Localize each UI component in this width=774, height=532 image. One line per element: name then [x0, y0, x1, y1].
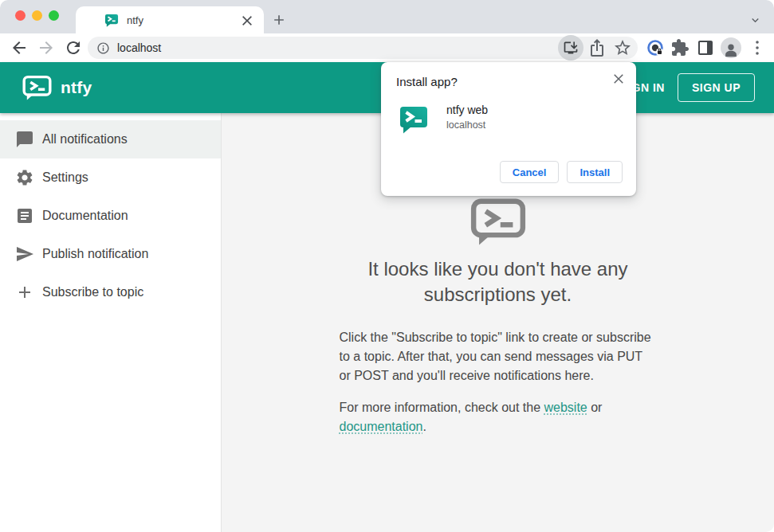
sidebar-item-publish-notification[interactable]: Publish notification [0, 235, 221, 273]
install-app-dialog: Install app? ntfy web localhost Cancel I… [381, 62, 636, 196]
browser-window: ntfy localhost [0, 0, 774, 532]
side-panel-icon[interactable] [696, 38, 715, 57]
extensions-puzzle-icon[interactable] [670, 38, 690, 57]
documentation-link[interactable]: documentation [340, 420, 423, 433]
info-text-suffix: . [422, 420, 426, 433]
dialog-buttons: Cancel Install [500, 161, 623, 183]
ntfy-logo-icon [22, 75, 52, 101]
gear-icon [15, 168, 34, 187]
plus-icon [15, 283, 34, 302]
tab-search-chevron-icon[interactable] [748, 14, 762, 27]
empty-state-heading: It looks like you don't have any subscri… [340, 256, 657, 307]
brand-name: ntfy [61, 78, 92, 97]
sidebar-item-label: Documentation [42, 209, 128, 223]
minimize-window-button[interactable] [32, 10, 42, 21]
sidebar-item-label: Settings [42, 170, 88, 185]
window-controls [15, 10, 59, 21]
send-icon [15, 244, 34, 264]
back-icon[interactable] [10, 38, 29, 57]
sidebar-item-documentation[interactable]: Documentation [0, 197, 221, 235]
zoom-window-button[interactable] [49, 10, 59, 21]
address-bar[interactable]: localhost [88, 37, 638, 59]
forward-icon[interactable] [37, 38, 56, 57]
close-window-button[interactable] [15, 10, 26, 21]
tab-strip: ntfy [0, 0, 774, 33]
sidebar-item-label: Subscribe to topic [42, 285, 143, 299]
ntfy-favicon-icon [104, 13, 119, 27]
address-text: localhost [117, 41, 161, 54]
dialog-close-icon[interactable] [611, 71, 626, 85]
cancel-button[interactable]: Cancel [500, 161, 560, 183]
dialog-app-origin: localhost [446, 119, 488, 131]
browser-toolbar: localhost [0, 33, 774, 62]
info-text-middle: or [587, 401, 603, 414]
browser-menu-icon[interactable] [748, 38, 767, 57]
sidebar-item-label: All notifications [42, 132, 128, 147]
ntfy-app-icon [399, 104, 429, 134]
tab-title: ntfy [127, 14, 240, 26]
sidebar-item-all-notifications[interactable]: All notifications [0, 120, 221, 158]
bookmark-star-icon[interactable] [613, 38, 632, 57]
site-info-icon[interactable] [96, 41, 110, 55]
install-app-icon [563, 40, 579, 56]
sidebar-item-subscribe-to-topic[interactable]: Subscribe to topic [0, 273, 221, 311]
browser-tab[interactable]: ntfy [76, 6, 264, 33]
info-text-prefix: For more information, check out the [340, 401, 544, 414]
new-tab-button[interactable] [271, 12, 287, 28]
dialog-app-texts: ntfy web localhost [446, 104, 488, 131]
sidebar-item-settings[interactable]: Settings [0, 158, 221, 197]
sign-up-button[interactable]: SIGN UP [678, 73, 755, 102]
ntfy-logo-gray-icon [470, 198, 526, 247]
sidebar: All notifications Settings Documentation… [0, 113, 222, 532]
article-icon [15, 206, 34, 225]
dialog-title: Install app? [396, 75, 623, 88]
tab-close-icon[interactable] [240, 13, 254, 27]
website-link[interactable]: website [544, 401, 587, 414]
dialog-app-info: ntfy web localhost [396, 104, 623, 134]
reload-icon[interactable] [64, 38, 83, 57]
chat-bubble-icon [15, 130, 34, 149]
share-icon[interactable] [587, 38, 607, 57]
password-manager-extension-icon[interactable] [646, 38, 665, 57]
install-app-button[interactable] [558, 35, 583, 61]
info-paragraph: For more information, check out the webs… [340, 398, 657, 436]
empty-state-paragraph: Click the "Subscribe to topic" link to c… [340, 328, 657, 385]
sidebar-item-label: Publish notification [42, 247, 148, 261]
dialog-app-name: ntfy web [446, 104, 488, 116]
install-button[interactable]: Install [567, 161, 623, 183]
profile-avatar[interactable] [721, 37, 741, 58]
person-icon [722, 41, 740, 58]
